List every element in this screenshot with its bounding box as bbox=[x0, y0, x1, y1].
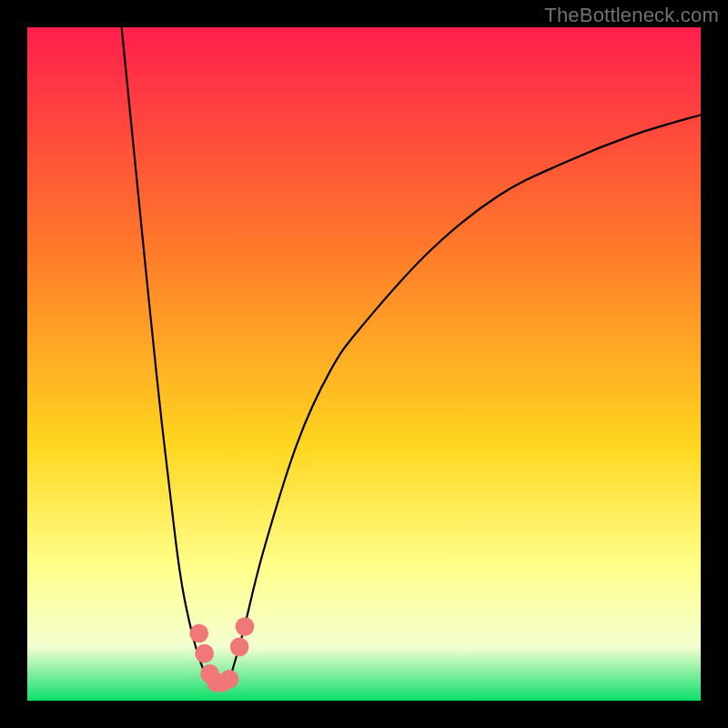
valley-marker bbox=[230, 637, 249, 656]
valley-marker bbox=[195, 644, 214, 663]
curve-left-branch bbox=[122, 27, 209, 681]
watermark-label: TheBottleneck.com bbox=[544, 4, 719, 27]
plot-area bbox=[27, 27, 701, 701]
chart-frame: TheBottleneck.com bbox=[0, 0, 728, 728]
valley-marker bbox=[236, 617, 255, 636]
curve-right-branch bbox=[229, 115, 701, 681]
valley-marker bbox=[220, 670, 239, 689]
bottleneck-curve bbox=[27, 27, 701, 701]
valley-marker bbox=[189, 624, 208, 643]
